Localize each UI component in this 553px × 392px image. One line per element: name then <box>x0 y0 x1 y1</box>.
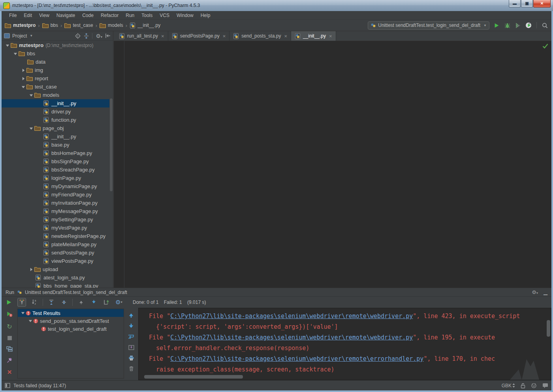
editor-tab-send_posts_sta.py[interactable]: send_posts_sta.py× <box>229 31 291 41</box>
console-vertical-scrollbar[interactable] <box>547 320 550 337</box>
restore-layout-icon[interactable] <box>6 346 13 352</box>
project-tree-item[interactable]: newbieRegisterPage.py <box>2 232 109 240</box>
pin-tab-icon[interactable] <box>6 357 13 363</box>
previous-failed-test-icon[interactable] <box>77 298 85 307</box>
hide-panel-icon[interactable] <box>105 33 111 38</box>
menu-item-view[interactable]: View <box>36 11 53 19</box>
project-tree-item[interactable]: myMessagePage.py <box>2 207 109 215</box>
gear-icon[interactable]: ⚙▾ <box>532 289 538 295</box>
project-tree-item[interactable]: bbs_home_page_sta.py <box>2 282 109 288</box>
stacktrace-file-link[interactable]: C:\Python27\lib\site-packages\selenium\w… <box>170 334 413 341</box>
tree-collapsed-arrow-icon[interactable] <box>21 68 26 73</box>
project-tree-item[interactable]: loginPage.py <box>2 174 109 182</box>
up-stacktrace-icon[interactable] <box>128 312 135 319</box>
menu-item-run[interactable]: Run <box>122 11 138 19</box>
tree-expanded-arrow-icon[interactable] <box>28 319 33 323</box>
tree-expanded-arrow-icon[interactable] <box>21 84 26 89</box>
project-tree-item[interactable]: bbsHomePage.py <box>2 149 109 157</box>
console-horizontal-scrollbar[interactable] <box>144 375 243 379</box>
project-tree-item[interactable]: page_obj <box>2 124 109 132</box>
locate-file-icon[interactable] <box>75 33 81 39</box>
minimize-button[interactable]: ▬ <box>509 0 521 8</box>
toolwindow-toggle-icon[interactable] <box>5 383 10 388</box>
project-tree-item[interactable]: myInvitationPage.py <box>2 199 109 207</box>
project-tree-item[interactable]: myVestPage.py <box>2 224 109 232</box>
tree-collapsed-arrow-icon[interactable] <box>28 267 34 272</box>
tree-expanded-arrow-icon[interactable] <box>20 311 26 315</box>
project-tree-item[interactable]: plateMeilanPage.py <box>2 240 109 249</box>
tree-expanded-arrow-icon[interactable] <box>13 51 18 56</box>
breadcrumb-item[interactable]: test_case <box>64 23 93 28</box>
tree-collapsed-arrow-icon[interactable] <box>21 76 26 81</box>
down-stacktrace-icon[interactable] <box>128 322 135 330</box>
project-tree-item[interactable]: report <box>2 74 109 83</box>
event-log-bubble-icon[interactable] <box>542 383 548 388</box>
next-failed-test-icon[interactable] <box>89 298 98 307</box>
menu-item-file[interactable]: File <box>6 11 20 19</box>
menu-item-tools[interactable]: Tools <box>138 11 156 19</box>
project-tree-item[interactable]: atest_login_sta.py <box>2 273 109 282</box>
menu-item-edit[interactable]: Edit <box>20 11 36 19</box>
menu-item-refactor[interactable]: Refactor <box>97 11 122 19</box>
collapse-all-icon[interactable] <box>60 298 68 307</box>
stacktrace-file-link[interactable]: C:\Python27\lib\site-packages\selenium\w… <box>170 313 413 320</box>
project-tree-item[interactable]: __init__.py <box>2 99 109 107</box>
run-button[interactable] <box>493 22 500 29</box>
editor-tab-sendPostsPage.py[interactable]: sendPostsPage.py× <box>168 31 230 41</box>
chevron-down-icon[interactable]: ▼ <box>30 34 33 38</box>
hide-passed-filter-icon[interactable] <box>17 298 26 307</box>
project-tree-item[interactable]: sendPostsPage.py <box>2 249 109 257</box>
import-test-results-icon[interactable] <box>102 298 111 307</box>
test-tree-item[interactable]: Test Results <box>18 309 124 317</box>
test-console-output[interactable]: File "C:\Python27\lib\site-packages\sele… <box>138 308 551 380</box>
project-tree-item[interactable]: data <box>2 58 109 66</box>
tree-expanded-arrow-icon[interactable] <box>28 126 34 131</box>
coverage-button[interactable] <box>514 22 521 29</box>
menu-item-window[interactable]: Window <box>173 11 197 19</box>
project-panel-title[interactable]: Project <box>12 33 27 39</box>
project-tree-item[interactable]: img <box>2 66 109 74</box>
breadcrumb-item[interactable]: mztestpro <box>5 23 36 28</box>
project-tree-item[interactable]: driver.py <box>2 107 109 116</box>
editor-tab-__init__.py[interactable]: __init__.py× <box>291 31 336 41</box>
project-tree-item[interactable]: bbsSignPage.py <box>2 157 109 166</box>
project-tree-item[interactable]: upload <box>2 265 109 273</box>
project-tree-item[interactable]: models <box>2 91 109 99</box>
project-tree-item[interactable]: viewPostsPage.py <box>2 257 109 265</box>
test-tree-item[interactable]: send_posts_sta.sendDraftTest <box>18 317 124 325</box>
project-tree-item[interactable]: __init__.py <box>2 132 109 141</box>
stacktrace-file-link[interactable]: C:\Python27\lib\site-packages\selenium\w… <box>170 355 423 362</box>
project-tree-item[interactable]: function.py <box>2 116 109 124</box>
close-icon[interactable]: × <box>329 33 332 39</box>
breadcrumb-item[interactable]: bbs <box>42 23 58 28</box>
hector-inspection-icon[interactable] <box>531 383 537 388</box>
gear-icon[interactable]: ⚙▾ <box>96 33 102 39</box>
rerun-button[interactable] <box>5 298 13 307</box>
scrollbar[interactable] <box>110 98 113 191</box>
project-tree-item[interactable]: test_case <box>2 83 109 91</box>
expand-all-icon[interactable] <box>47 298 56 307</box>
minimize-panel-icon[interactable]: ▁ <box>544 289 547 295</box>
project-tree-item[interactable]: mztestpro(D:\mz_test\mztestpro) <box>2 41 109 49</box>
editor-tab-run_all_test.py[interactable]: run_all_test.py× <box>115 31 168 41</box>
project-tree-item[interactable]: myFriendPage.py <box>2 190 109 199</box>
test-tree-item[interactable]: test_login_send_del_draft <box>18 325 124 333</box>
maximize-button[interactable]: ▣ <box>521 0 533 8</box>
run-configuration-select[interactable]: Unittest sendDraftTest.test_login_send_d… <box>368 21 489 30</box>
scroll-to-end-icon[interactable] <box>128 344 135 351</box>
close-icon[interactable]: × <box>284 33 287 39</box>
lock-icon[interactable] <box>521 383 525 388</box>
close-panel-icon[interactable]: ✕ <box>6 369 13 376</box>
stop-icon[interactable] <box>6 335 13 341</box>
rerun-icon[interactable]: ↻ <box>6 323 13 330</box>
breadcrumb-item[interactable]: __init__.py <box>130 23 160 28</box>
close-button[interactable]: ✕ <box>533 0 551 8</box>
menu-item-navigate[interactable]: Navigate <box>53 11 79 19</box>
test-settings-gear-icon[interactable]: ⚙▾ <box>115 298 123 307</box>
clear-console-icon[interactable] <box>128 365 135 372</box>
project-tree-item[interactable]: base.py <box>2 141 109 149</box>
search-everywhere-icon[interactable] <box>541 22 548 29</box>
menu-item-help[interactable]: Help <box>197 11 214 19</box>
profiler-button[interactable] <box>525 22 532 29</box>
close-icon[interactable]: × <box>161 33 164 39</box>
